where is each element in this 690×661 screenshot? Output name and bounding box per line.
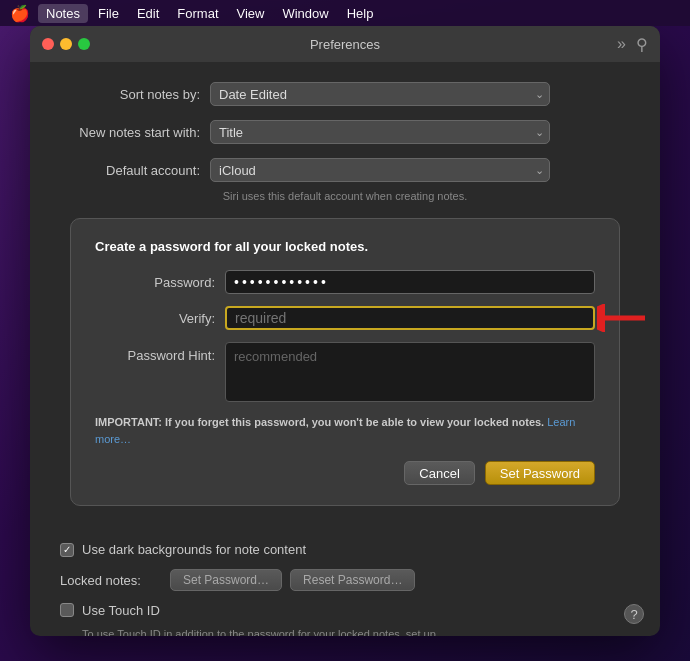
search-icon[interactable]: ⚲	[636, 35, 648, 54]
new-notes-row: New notes start with: Title ⌄	[60, 120, 630, 144]
password-input[interactable]	[225, 270, 595, 294]
sort-notes-label: Sort notes by:	[60, 87, 200, 102]
touch-id-description: To use Touch ID in addition to the passw…	[82, 626, 462, 636]
sort-notes-row: Sort notes by: Date Edited ⌄	[60, 82, 630, 106]
password-dialog: Create a password for all your locked no…	[70, 218, 620, 506]
menu-format[interactable]: Format	[169, 4, 226, 23]
reset-password-button[interactable]: Reset Password…	[290, 569, 415, 591]
sort-notes-select[interactable]: Date Edited	[210, 82, 550, 106]
title-bar: Preferences » ⚲	[30, 26, 660, 62]
touch-id-label: Use Touch ID	[82, 603, 160, 618]
new-notes-select[interactable]: Title	[210, 120, 550, 144]
touch-id-row: Use Touch ID	[60, 603, 630, 618]
new-notes-label: New notes start with:	[60, 125, 200, 140]
sort-notes-select-wrapper: Date Edited ⌄	[210, 82, 550, 106]
menu-edit[interactable]: Edit	[129, 4, 167, 23]
dark-bg-label: Use dark backgrounds for note content	[82, 542, 306, 557]
minimize-button[interactable]	[60, 38, 72, 50]
dark-bg-checkbox[interactable]	[60, 543, 74, 557]
locked-notes-row: Locked notes: Set Password… Reset Passwo…	[60, 569, 630, 591]
default-account-row: Default account: iCloud ⌄	[60, 158, 630, 182]
hint-textarea[interactable]	[225, 342, 595, 402]
hint-label: Password Hint:	[95, 342, 215, 363]
menu-file[interactable]: File	[90, 4, 127, 23]
set-password-button[interactable]: Set Password	[485, 461, 595, 485]
red-arrow-indicator	[597, 304, 647, 332]
verify-label: Verify:	[95, 311, 215, 326]
hint-row: Password Hint:	[95, 342, 595, 402]
new-notes-select-wrapper: Title ⌄	[210, 120, 550, 144]
siri-note: Siri uses this default account when crea…	[60, 190, 630, 202]
default-account-label: Default account:	[60, 163, 200, 178]
important-note: IMPORTANT: If you forget this password, …	[95, 414, 595, 447]
default-account-select-wrapper: iCloud ⌄	[210, 158, 550, 182]
menu-help[interactable]: Help	[339, 4, 382, 23]
menu-bar: 🍎 Notes File Edit Format View Window Hel…	[0, 0, 690, 26]
dialog-buttons: Cancel Set Password	[95, 461, 595, 485]
close-button[interactable]	[42, 38, 54, 50]
password-label: Password:	[95, 275, 215, 290]
window-title: Preferences	[310, 37, 380, 52]
touch-id-checkbox[interactable]	[60, 603, 74, 617]
maximize-button[interactable]	[78, 38, 90, 50]
preferences-window: Preferences » ⚲ Sort notes by: Date Edit…	[30, 26, 660, 636]
menu-view[interactable]: View	[229, 4, 273, 23]
menu-notes[interactable]: Notes	[38, 4, 88, 23]
bottom-section: Use dark backgrounds for note content Lo…	[30, 542, 660, 636]
verify-row: Verify:	[95, 306, 595, 330]
cancel-button[interactable]: Cancel	[404, 461, 474, 485]
preferences-content: Sort notes by: Date Edited ⌄ New notes s…	[30, 62, 660, 542]
sidebar-toggle-icon[interactable]: »	[617, 35, 626, 53]
locked-notes-label: Locked notes:	[60, 573, 170, 588]
traffic-lights	[42, 38, 90, 50]
menu-window[interactable]: Window	[274, 4, 336, 23]
default-account-select[interactable]: iCloud	[210, 158, 550, 182]
important-text: IMPORTANT: If you forget this password, …	[95, 416, 544, 428]
apple-menu[interactable]: 🍎	[10, 4, 30, 23]
dark-bg-row: Use dark backgrounds for note content	[60, 542, 630, 557]
dialog-title: Create a password for all your locked no…	[95, 239, 595, 254]
verify-input[interactable]	[225, 306, 595, 330]
locked-set-password-button[interactable]: Set Password…	[170, 569, 282, 591]
help-button[interactable]: ?	[624, 604, 644, 624]
password-row: Password:	[95, 270, 595, 294]
toolbar-right: » ⚲	[617, 35, 648, 54]
